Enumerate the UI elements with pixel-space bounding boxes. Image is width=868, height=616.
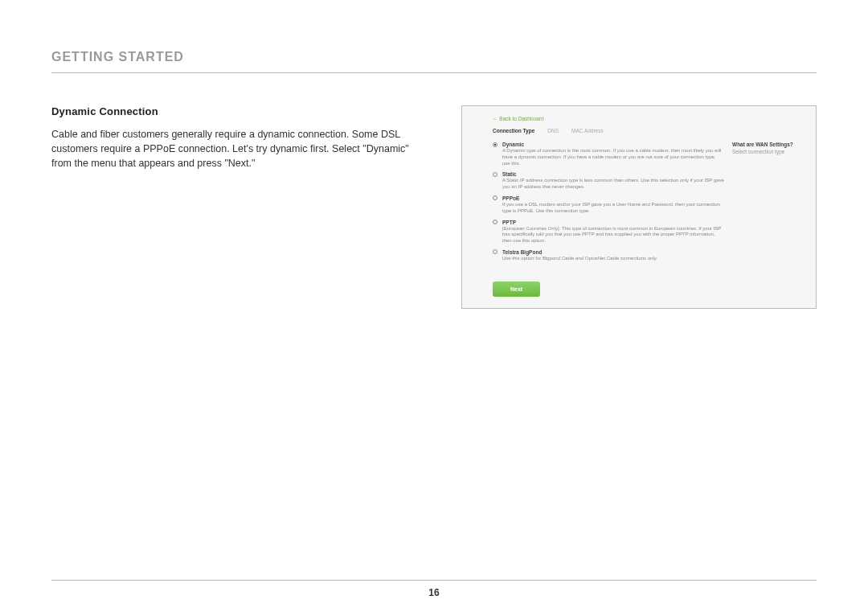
screenshot-panel: ← Back to Dashboard Connection Type DNS … — [461, 105, 817, 309]
subheading: Dynamic Connection — [51, 105, 429, 117]
connection-options: Dynamic A Dynamic type of connection is … — [493, 142, 724, 267]
tab-dns[interactable]: DNS — [547, 128, 559, 133]
option-dynamic-label: Dynamic — [502, 142, 524, 147]
option-dynamic-desc: A Dynamic type of connection is the most… — [502, 148, 724, 166]
option-pppoe[interactable]: PPPoE If you use a DSL modem and/or your… — [493, 195, 724, 215]
tab-mac-address[interactable]: MAC Address — [571, 128, 604, 133]
radio-static-icon[interactable] — [493, 172, 497, 177]
sidebar-title: What are WAN Settings? — [732, 142, 805, 147]
divider-top — [51, 72, 817, 73]
option-dynamic[interactable]: Dynamic A Dynamic type of connection is … — [493, 142, 724, 166]
option-pppoe-desc: If you use a DSL modem and/or your ISP g… — [502, 202, 724, 215]
panel-sidebar: What are WAN Settings? Select connection… — [732, 142, 805, 267]
option-pptp-desc: [European Countries Only]. This type of … — [502, 226, 724, 244]
next-button[interactable]: Next — [493, 281, 540, 297]
back-to-dashboard-link[interactable]: ← Back to Dashboard — [493, 116, 805, 121]
option-telstra[interactable]: Telstra BigPond Use this option for Bigp… — [493, 249, 724, 262]
page-number: 16 — [0, 587, 868, 598]
radio-pptp-icon[interactable] — [493, 220, 497, 224]
option-pptp[interactable]: PPTP [European Countries Only]. This typ… — [493, 220, 724, 244]
section-title: GETTING STARTED — [51, 50, 817, 64]
option-telstra-desc: Use this option for Bigpond Cable and Op… — [502, 256, 724, 262]
radio-pppoe-icon[interactable] — [493, 195, 497, 200]
option-static[interactable]: Static A Static IP address connection ty… — [493, 171, 724, 191]
option-static-label: Static — [502, 171, 517, 177]
panel-inner: Dynamic A Dynamic type of connection is … — [473, 142, 805, 267]
tabs: Connection Type DNS MAC Address — [493, 128, 805, 133]
body-text: Cable and fiber customers generally requ… — [51, 127, 429, 170]
option-pptp-label: PPTP — [502, 220, 516, 225]
columns: Dynamic Connection Cable and fiber custo… — [51, 105, 817, 309]
right-column: ← Back to Dashboard Connection Type DNS … — [461, 105, 817, 309]
option-telstra-label: Telstra BigPond — [502, 249, 542, 255]
radio-telstra-icon[interactable] — [493, 249, 497, 254]
option-pppoe-label: PPPoE — [502, 195, 519, 201]
option-static-desc: A Static IP address connection type is l… — [502, 178, 724, 191]
tab-connection-type[interactable]: Connection Type — [493, 128, 534, 133]
sidebar-sub: Select connection type — [732, 149, 805, 154]
radio-dynamic-icon[interactable] — [493, 142, 497, 147]
left-column: Dynamic Connection Cable and fiber custo… — [51, 105, 429, 309]
divider-bottom — [51, 580, 817, 581]
